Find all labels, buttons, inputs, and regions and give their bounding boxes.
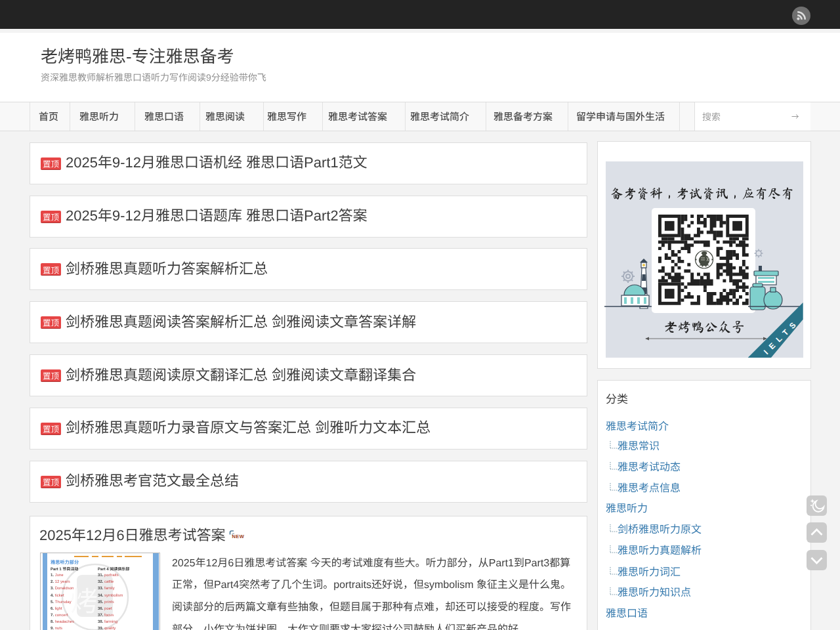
svg-text:IELTS: IELTS [762,317,801,356]
svg-text:NEW: NEW [232,534,245,539]
